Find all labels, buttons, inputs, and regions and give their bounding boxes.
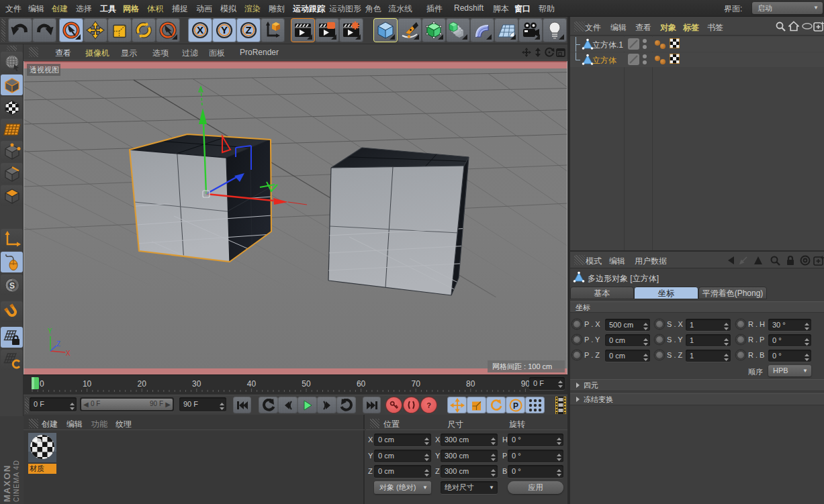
svg-text:S: S (9, 281, 14, 291)
svg-text:Z: Z (56, 340, 60, 348)
svg-text:P: P (512, 401, 518, 410)
svg-text:80: 80 (466, 379, 475, 389)
svg-text:透视视图: 透视视图 (30, 66, 59, 74)
svg-text:20: 20 (138, 379, 147, 389)
svg-text:60: 60 (357, 379, 366, 389)
svg-text:0: 0 (40, 379, 44, 389)
svg-text:50: 50 (302, 379, 311, 389)
svg-text:Y: Y (48, 327, 52, 335)
svg-text:X: X (197, 24, 203, 36)
svg-text:?: ? (426, 401, 431, 409)
svg-text:30: 30 (192, 379, 201, 389)
svg-text:X: X (66, 350, 71, 357)
svg-text:网格间距 : 100 cm: 网格间距 : 100 cm (492, 362, 552, 370)
svg-text:Z: Z (245, 24, 251, 36)
svg-text:10: 10 (83, 379, 92, 389)
svg-text:40: 40 (247, 379, 257, 389)
svg-text:70: 70 (412, 379, 421, 389)
svg-text:Y: Y (221, 24, 228, 36)
